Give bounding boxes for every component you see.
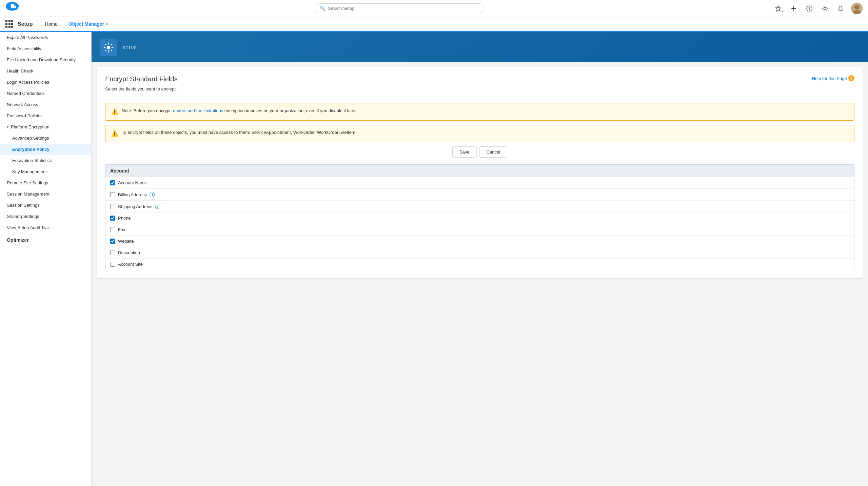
field-row-description: Description — [105, 247, 854, 259]
checkbox-account-site[interactable] — [110, 262, 115, 267]
tab-object-manager[interactable]: Object Manager ▾ — [63, 17, 113, 32]
account-section: Account Account Name Billing Address i S… — [105, 164, 854, 270]
save-button[interactable]: Save — [452, 146, 477, 158]
salesforce-logo[interactable] — [5, 2, 19, 15]
tab-home[interactable]: Home — [39, 17, 63, 32]
account-field-list: Account Name Billing Address i Shipping … — [105, 177, 854, 270]
sidebar-item-key-management[interactable]: Key Management — [0, 166, 91, 177]
app-name: Setup — [18, 21, 33, 27]
sidebar-item-encryption-policy[interactable]: Encryption Policy — [0, 144, 91, 155]
nav-tabs: Home Object Manager ▾ — [39, 17, 113, 32]
svg-point-8 — [854, 5, 859, 9]
main-card: Encrypt Standard Fields Select the field… — [97, 67, 863, 278]
sidebar: Expire All Passwords Field Accessibility… — [0, 32, 92, 486]
sidebar-group-platform-encryption[interactable]: ▾ Platform Encryption — [0, 121, 91, 133]
sidebar-item-login-access-policies[interactable]: Login Access Policies — [0, 77, 91, 88]
sidebar-item-advanced-settings[interactable]: Advanced Settings — [0, 133, 91, 144]
sidebar-item-field-accessibility[interactable]: Field Accessibility — [0, 43, 91, 54]
svg-point-10 — [107, 46, 110, 49]
top-navigation: 🔍 ▾ ? — [0, 0, 868, 17]
checkbox-website[interactable] — [110, 239, 115, 244]
title-help-row: Encrypt Standard Fields Select the field… — [105, 75, 854, 98]
search-icon: 🔍 — [320, 6, 325, 11]
add-icon[interactable] — [789, 3, 799, 14]
field-row-website: Website — [105, 236, 854, 247]
sidebar-item-named-credentials[interactable]: Named Credentials — [0, 88, 91, 99]
help-icon[interactable]: ? — [804, 3, 814, 14]
field-row-shipping-address: Shipping Address i — [105, 201, 854, 212]
info-icon-billing-address[interactable]: i — [150, 192, 155, 197]
search-bar[interactable]: 🔍 — [315, 3, 484, 13]
action-row: Save Cancel — [105, 146, 854, 158]
sidebar-item-expire-all-passwords[interactable]: Expire All Passwords — [0, 32, 91, 43]
warning-icon-1: ⚠️ — [111, 108, 118, 116]
checkbox-fax[interactable] — [110, 227, 115, 232]
secondary-navigation: Setup Home Object Manager ▾ — [0, 17, 868, 32]
sidebar-item-session-settings[interactable]: Session Settings — [0, 200, 91, 211]
page-header-band: SETUP — [92, 32, 868, 62]
page-header-icon — [100, 39, 117, 56]
checkbox-billing-address[interactable] — [110, 192, 115, 197]
settings-icon[interactable] — [820, 3, 830, 14]
svg-rect-3 — [791, 8, 796, 9]
sidebar-item-remote-site-settings[interactable]: Remote Site Settings — [0, 177, 91, 188]
favorites-icon[interactable]: ▾ — [773, 3, 783, 14]
svg-point-6 — [824, 7, 826, 9]
field-row-account-site: Account Site — [105, 259, 854, 270]
info-icon-shipping-address[interactable]: i — [155, 204, 160, 209]
understand-limitations-link[interactable]: understand the limitations — [173, 108, 223, 113]
page-title: Encrypt Standard Fields — [105, 75, 177, 83]
search-input[interactable] — [328, 6, 479, 11]
sidebar-item-encryption-statistics[interactable]: Encryption Statistics — [0, 155, 91, 166]
svg-marker-1 — [775, 6, 781, 11]
checkbox-account-name[interactable] — [110, 180, 115, 185]
svg-text:?: ? — [808, 6, 811, 11]
sidebar-item-sharing-settings[interactable]: Sharing Settings — [0, 211, 91, 222]
account-section-header: Account — [105, 164, 854, 177]
field-row-account-name: Account Name — [105, 177, 854, 189]
app-launcher-icon[interactable] — [5, 20, 14, 28]
sidebar-item-password-policies[interactable]: Password Policies — [0, 110, 91, 121]
help-link[interactable]: Help for this Page ? — [812, 75, 854, 81]
main-layout: Expire All Passwords Field Accessibility… — [0, 32, 868, 486]
warning-box-1: ⚠️ Note: Before you encrypt, understand … — [105, 103, 854, 121]
sidebar-item-optimizer[interactable]: Optimizer — [0, 233, 91, 246]
chevron-down-icon: ▾ — [7, 125, 9, 129]
help-circle-icon: ? — [848, 75, 854, 81]
sidebar-item-network-access[interactable]: Network Access — [0, 99, 91, 110]
warning-icon-2: ⚠️ — [111, 130, 118, 137]
main-title-group: Encrypt Standard Fields Select the field… — [105, 75, 177, 98]
chevron-down-icon: ▾ — [106, 22, 108, 26]
warning-box-2: ⚠️ To encrypt fields on these objects, y… — [105, 125, 854, 142]
checkbox-phone[interactable] — [110, 216, 115, 221]
content-area: SETUP Encrypt Standard Fields Select the… — [92, 32, 868, 486]
checkbox-description[interactable] — [110, 250, 115, 255]
checkbox-shipping-address[interactable] — [110, 204, 115, 209]
sidebar-item-view-setup-audit-trail[interactable]: View Setup Audit Trail — [0, 222, 91, 233]
sidebar-item-health-check[interactable]: Health Check — [0, 65, 91, 77]
page-header-label: SETUP — [123, 45, 137, 50]
user-avatar[interactable] — [851, 3, 863, 14]
notifications-icon[interactable] — [835, 3, 846, 14]
sidebar-item-session-management[interactable]: Session Management — [0, 188, 91, 200]
top-nav-right: ▾ ? — [773, 3, 863, 14]
page-subtitle: Select the fields you want to encrypt. — [105, 86, 177, 92]
field-row-fax: Fax — [105, 224, 854, 236]
field-row-phone: Phone — [105, 212, 854, 224]
field-row-billing-address: Billing Address i — [105, 189, 854, 201]
sidebar-item-file-upload-download-security[interactable]: File Upload and Download Security — [0, 54, 91, 65]
cancel-button[interactable]: Cancel — [479, 146, 507, 158]
